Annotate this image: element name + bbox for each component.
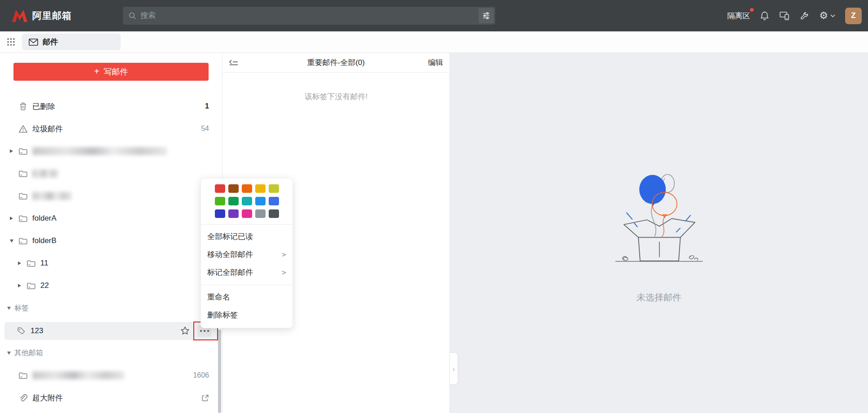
sidebar-item-11[interactable]: 11 bbox=[0, 252, 222, 274]
settings-button[interactable]: ⚙ bbox=[819, 11, 835, 21]
color-swatch[interactable] bbox=[215, 184, 225, 193]
tag-context-menu: 全部标记已读 移动全部邮件 > 标记全部邮件 > 重命名 删除标签 bbox=[201, 178, 293, 328]
bell-icon bbox=[760, 11, 769, 21]
section-title: 标签 bbox=[14, 304, 29, 313]
section-header-other-mail[interactable]: 其他邮箱 bbox=[0, 342, 222, 364]
expand-caret-icon[interactable] bbox=[10, 149, 13, 153]
color-swatch[interactable] bbox=[242, 184, 252, 193]
list-title: 重要邮件-全部(0) bbox=[222, 57, 449, 68]
color-swatch[interactable] bbox=[228, 184, 239, 193]
color-swatch[interactable] bbox=[255, 184, 266, 193]
color-swatch[interactable] bbox=[228, 209, 239, 218]
sidebar-item-22[interactable]: 22 bbox=[0, 274, 222, 297]
sidebar-item-deleted[interactable]: 已删除 1 bbox=[0, 95, 222, 117]
color-swatch[interactable] bbox=[215, 197, 225, 205]
sidebar-item-redacted-1[interactable] bbox=[0, 140, 222, 162]
sidebar-item-folderA[interactable]: folderA bbox=[0, 207, 222, 230]
submenu-arrow-icon: > bbox=[282, 250, 286, 259]
tab-mail-label: 邮件 bbox=[43, 37, 58, 47]
gear-icon: ⚙ bbox=[819, 11, 828, 21]
sidebar-item-folderB[interactable]: folderB bbox=[0, 230, 222, 252]
menu-item-rename[interactable]: 重命名 bbox=[201, 288, 292, 306]
folder-list: 已删除 1 垃圾邮件 54 bbox=[0, 95, 222, 409]
reading-pane: › bbox=[450, 53, 868, 413]
color-swatch[interactable] bbox=[228, 197, 239, 205]
collapse-caret-icon[interactable] bbox=[10, 239, 13, 243]
folder-label: 11 bbox=[40, 259, 48, 268]
mail-sidebar: + 写邮件 已删除 1 bbox=[0, 53, 222, 413]
sidebar-scrollbar[interactable] bbox=[218, 330, 221, 413]
color-swatch[interactable] bbox=[255, 209, 266, 218]
color-swatch[interactable] bbox=[215, 209, 225, 218]
color-swatch[interactable] bbox=[269, 209, 279, 218]
message-list-header: 重要邮件-全部(0) 编辑 bbox=[222, 53, 449, 73]
app-launcher-button[interactable] bbox=[7, 38, 15, 46]
app-tab-row: 邮件 bbox=[0, 31, 868, 53]
expand-caret-icon[interactable] bbox=[10, 217, 13, 220]
unread-count: 1 bbox=[205, 102, 209, 110]
balloons-box-illustration bbox=[612, 172, 706, 282]
quarantine-link[interactable]: 隔离区 bbox=[727, 11, 750, 21]
bell-button[interactable] bbox=[760, 11, 769, 21]
expand-caret-icon[interactable] bbox=[18, 261, 21, 265]
grid-icon bbox=[7, 38, 15, 46]
color-swatch[interactable] bbox=[269, 184, 279, 193]
item-label: 超大附件 bbox=[32, 393, 63, 403]
folder-icon bbox=[26, 282, 36, 290]
sidebar-item-large-attachment[interactable]: 超大附件 bbox=[0, 387, 222, 409]
menu-divider bbox=[201, 285, 292, 285]
tag-label: 123 bbox=[31, 326, 43, 335]
expand-pane-handle[interactable]: › bbox=[450, 352, 458, 385]
color-swatch[interactable] bbox=[269, 197, 279, 205]
client-apps-button[interactable] bbox=[779, 11, 790, 21]
quarantine-label: 隔离区 bbox=[727, 12, 750, 20]
menu-item-flag-all-mail[interactable]: 标记全部邮件 > bbox=[201, 263, 292, 281]
compose-button[interactable]: + 写邮件 bbox=[13, 63, 209, 81]
section-title: 其他邮箱 bbox=[14, 348, 43, 358]
expand-caret-icon[interactable] bbox=[18, 284, 21, 287]
avatar[interactable]: Z bbox=[845, 8, 862, 24]
brand-name: 阿里邮箱 bbox=[32, 9, 72, 22]
no-mail-selected-state: 未选择邮件 bbox=[612, 172, 706, 304]
alimail-logo-icon bbox=[11, 9, 28, 22]
wrench-icon bbox=[800, 11, 809, 21]
color-swatch[interactable] bbox=[242, 209, 252, 218]
collapse-caret-icon bbox=[7, 352, 11, 355]
color-swatch[interactable] bbox=[242, 197, 252, 205]
sliders-icon bbox=[482, 12, 490, 19]
sidebar-item-junk[interactable]: 垃圾邮件 54 bbox=[0, 117, 222, 140]
folder-label: folderA bbox=[32, 214, 57, 223]
tag-icon bbox=[16, 326, 26, 335]
topbar-actions: 隔离区 ⚙ Z bbox=[727, 0, 862, 31]
search-input[interactable] bbox=[140, 11, 495, 20]
redacted-folder-name bbox=[32, 170, 58, 178]
edit-button[interactable]: 编辑 bbox=[428, 57, 443, 68]
collapse-caret-icon bbox=[7, 307, 11, 310]
sidebar-item-redacted-2[interactable] bbox=[0, 162, 222, 185]
topbar: 阿里邮箱 隔离区 bbox=[0, 0, 868, 31]
list-empty-text: 该标签下没有邮件! bbox=[222, 73, 449, 102]
trash-icon bbox=[18, 102, 28, 111]
paperclip-icon bbox=[18, 393, 28, 403]
tools-button[interactable] bbox=[800, 11, 809, 21]
devices-icon bbox=[779, 11, 790, 21]
mail-count: 54 bbox=[201, 125, 209, 133]
tab-mail[interactable]: 邮件 bbox=[22, 34, 121, 50]
menu-item-move-all-mail[interactable]: 移动全部邮件 > bbox=[201, 245, 292, 263]
notification-dot-icon bbox=[750, 8, 754, 12]
star-icon[interactable] bbox=[180, 326, 190, 336]
menu-item-delete-tag[interactable]: 删除标签 bbox=[201, 306, 292, 324]
sidebar-item-tag-123[interactable]: 123 bbox=[4, 322, 218, 340]
folder-label: 垃圾邮件 bbox=[32, 124, 63, 134]
search-filter-button[interactable] bbox=[479, 8, 494, 23]
menu-item-mark-all-read[interactable]: 全部标记已读 bbox=[201, 227, 292, 245]
sidebar-item-redacted-4[interactable]: 1606 bbox=[0, 364, 222, 387]
external-link-icon[interactable] bbox=[201, 394, 209, 402]
sidebar-item-redacted-3[interactable] bbox=[0, 185, 222, 207]
redacted-folder-name bbox=[32, 192, 72, 200]
plus-icon: + bbox=[94, 66, 100, 77]
folder-icon bbox=[18, 215, 28, 222]
search-bar[interactable] bbox=[123, 7, 495, 25]
section-header-tags[interactable]: 标签 bbox=[0, 297, 222, 319]
color-swatch[interactable] bbox=[255, 197, 266, 205]
